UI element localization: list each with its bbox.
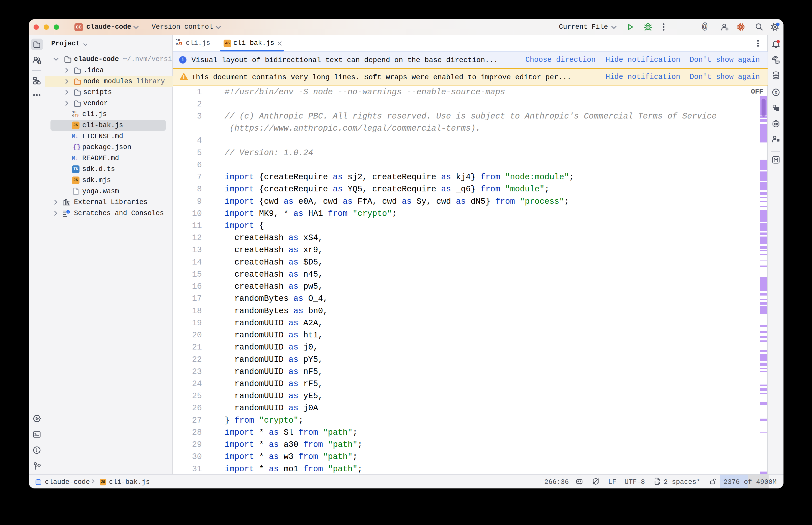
svg-text:X: X	[774, 90, 778, 95]
svg-text:?: ?	[38, 61, 40, 64]
